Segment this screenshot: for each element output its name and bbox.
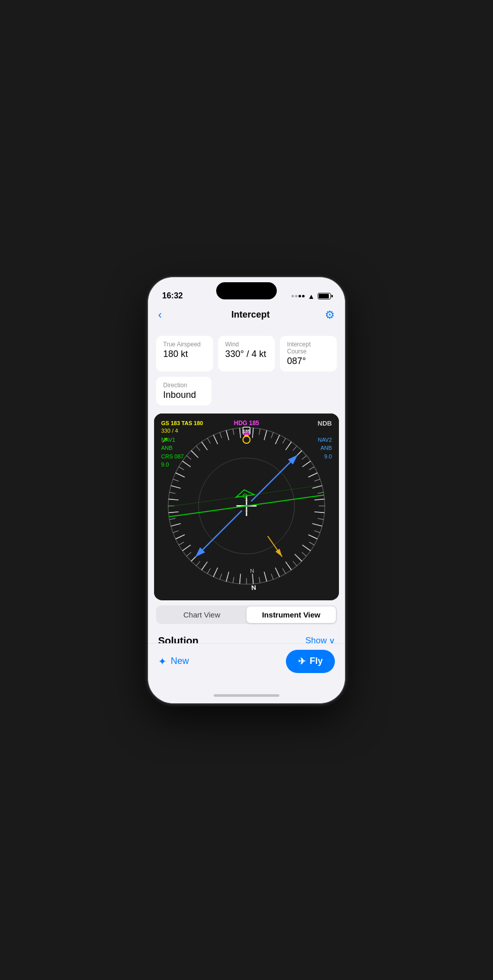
battery-fill: [319, 294, 329, 298]
intercept-course-card[interactable]: Intercept Course 087°: [280, 336, 337, 372]
solution-show-label: Show: [305, 636, 327, 643]
signal-dot-3: [299, 295, 301, 297]
wind-card[interactable]: Wind 330° / 4 kt: [218, 336, 275, 372]
svg-text:N: N: [251, 583, 257, 591]
new-button[interactable]: ✦ New: [158, 655, 189, 667]
hsi-nav1-crs: CRS 087: [161, 452, 184, 461]
hsi-nav1-info: NAV1 ANB CRS 087 9.0: [161, 436, 184, 469]
wind-value: 330° / 4 kt: [225, 349, 268, 359]
battery-icon: [318, 293, 331, 299]
solution-header: Solution Show ∨: [148, 629, 345, 643]
fly-label: Fly: [310, 656, 323, 666]
status-bar: 16:32 ▲: [148, 277, 345, 304]
svg-text:N: N: [250, 568, 255, 574]
page-title: Intercept: [231, 310, 270, 320]
hsi-nav2-label: NAV2: [318, 436, 332, 444]
true-airspeed-value: 180 kt: [163, 349, 206, 359]
true-airspeed-label: True Airspeed: [163, 341, 206, 348]
home-bar: [214, 694, 279, 697]
fly-button[interactable]: ✈ Fly: [286, 650, 335, 673]
hsi-ndb-label: NDB: [318, 420, 332, 427]
status-time: 16:32: [162, 291, 183, 300]
instrument-view-button[interactable]: Instrument View: [247, 606, 336, 623]
intercept-course-label: Intercept Course: [287, 341, 330, 355]
new-label: New: [171, 656, 189, 666]
signal-dots: [291, 295, 305, 297]
fly-plane-icon: ✈: [298, 656, 306, 667]
input-section: True Airspeed 180 kt Wind 330° / 4 kt In…: [148, 328, 345, 409]
view-toggle: Chart View Instrument View: [156, 605, 337, 624]
home-indicator: [148, 688, 345, 703]
direction-value: Inbound: [163, 390, 205, 400]
solution-show-button[interactable]: Show ∨: [305, 636, 335, 643]
hsi-nav1-id: ANB: [161, 444, 184, 452]
direction-label: Direction: [163, 382, 205, 389]
true-airspeed-card[interactable]: True Airspeed 180 kt: [156, 336, 213, 372]
hsi-nav2-info: NAV2 ANB 9.0: [318, 436, 332, 461]
hsi-nav1-label: NAV1: [161, 436, 184, 444]
solution-title: Solution: [158, 635, 199, 643]
chevron-down-icon: ∨: [329, 636, 335, 643]
status-icons: ▲: [291, 292, 331, 300]
svg-rect-144: [244, 433, 249, 435]
hsi-nav1-dist: 9.0: [161, 460, 184, 469]
signal-dot-2: [295, 295, 298, 297]
wind-label: Wind: [225, 341, 268, 348]
intercept-course-value: 087°: [287, 356, 330, 367]
direction-card[interactable]: Direction Inbound: [156, 377, 212, 405]
signal-dot-1: [291, 295, 294, 297]
hsi-nav2-id: ANB: [318, 444, 332, 452]
phone-screen: 16:32 ▲ ‹ Intercept ⚙: [148, 277, 345, 703]
phone-frame: 16:32 ▲ ‹ Intercept ⚙: [148, 277, 345, 703]
hsi-gs-label: GS 183 TAS 180: [161, 420, 203, 427]
new-icon: ✦: [158, 655, 167, 667]
scroll-content: True Airspeed 180 kt Wind 330° / 4 kt In…: [148, 328, 345, 643]
nav-bar: ‹ Intercept ⚙: [148, 304, 345, 328]
input-row-1: True Airspeed 180 kt Wind 330° / 4 kt In…: [156, 336, 337, 372]
hsi-wind-label: 330 / 4: [161, 427, 203, 435]
settings-button[interactable]: ⚙: [325, 308, 335, 322]
input-row-2: Direction Inbound: [156, 377, 337, 405]
hsi-display: N 30 60 E: [154, 414, 339, 600]
dynamic-island: [216, 282, 277, 299]
hsi-instrument: N 30 60 E: [154, 414, 339, 600]
signal-dot-4: [302, 295, 305, 297]
back-button[interactable]: ‹: [158, 308, 176, 322]
hsi-nav2-dist: 9.0: [318, 452, 332, 461]
bottom-bar: ✦ New ✈ Fly: [148, 643, 345, 688]
chart-view-button[interactable]: Chart View: [157, 606, 247, 623]
hsi-hdg-display: HDG 185: [234, 420, 259, 427]
wifi-icon: ▲: [308, 292, 315, 300]
